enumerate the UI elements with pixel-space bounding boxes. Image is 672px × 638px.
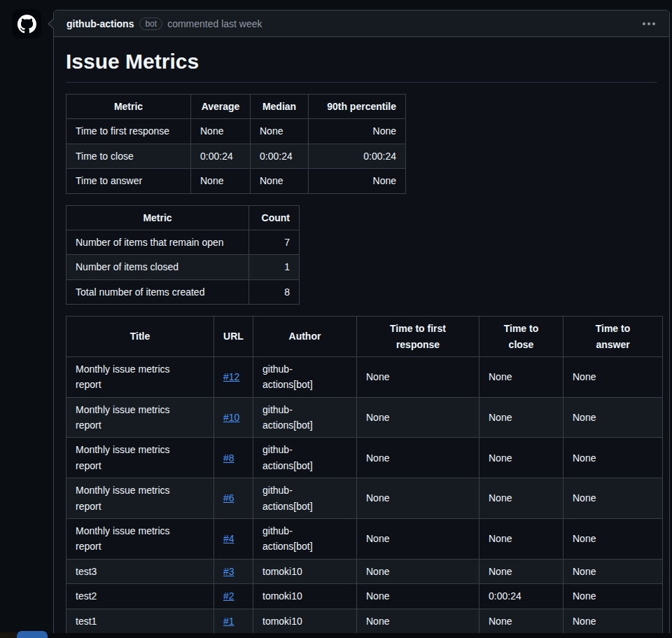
table-cell: github- actions[bot] [253,438,357,478]
table-cell: 0:00:24 [191,144,251,168]
table-cell: Time to answer [66,169,191,193]
table-cell: tomoki10 [253,584,357,609]
header-row: MetricCount [66,205,300,230]
github-logo-icon [18,15,36,34]
table-cell: Monthly issue metrics report [66,478,214,519]
issue-link[interactable]: #1 [223,616,234,627]
table-cell: None [479,519,564,560]
column-header: Time to first response [357,317,479,357]
table-cell: None [564,519,663,560]
comment-card: github-actions bot commented last week I… [53,10,670,638]
table-cell: None [564,438,663,478]
issue-link[interactable]: #12 [223,371,239,382]
table-cell: 8 [249,279,300,304]
table-cell: #4 [214,519,253,560]
table-cell: None [309,169,406,193]
table-cell: test3 [66,559,214,583]
page-title: Issue Metrics [66,48,657,83]
comment-options-button[interactable] [640,18,658,29]
background-fragment [0,632,17,638]
table-cell: #10 [214,397,253,438]
column-header: Count [249,205,300,230]
table-cell: #2 [214,584,253,609]
table-cell: None [479,478,564,519]
table-cell: None [479,438,564,478]
table-cell: #8 [214,438,253,478]
column-header: 90th percentile [309,95,406,119]
table-cell: 0:00:24 [251,144,309,168]
table-row: Monthly issue metrics report#12github- a… [66,356,663,397]
column-header: Average [191,95,251,119]
table-cell: None [357,438,479,478]
table-cell: Time to close [66,144,191,168]
table-row: Time to answerNoneNoneNone [66,169,406,193]
column-header: Median [251,95,309,119]
table-cell: None [191,119,251,144]
table-cell: Number of items that remain open [66,230,249,254]
kebab-horizontal-icon [643,22,655,25]
table-cell: 7 [249,230,300,254]
table-row: Monthly issue metrics report#10github- a… [66,397,663,438]
comment-body: Issue Metrics MetricAverageMedian90th pe… [54,37,669,638]
column-header: Author [253,317,357,357]
issue-metrics-summary-table: MetricAverageMedian90th percentileTime t… [66,94,406,194]
table-cell: Number of items closed [66,255,249,279]
table-cell: None [357,609,479,633]
table-cell: None [251,119,309,144]
table-cell: None [564,397,663,438]
column-header: Time to close [479,317,564,357]
issue-counts-table: MetricCountNumber of items that remain o… [66,205,300,305]
table-cell: github- actions[bot] [253,519,357,560]
avatar[interactable] [12,9,41,39]
issue-link[interactable]: #3 [223,566,234,577]
table-row: Time to first responseNoneNoneNone [66,119,406,144]
header-row: TitleURLAuthorTime to first responseTime… [66,317,663,357]
column-header: Metric [66,205,249,230]
column-header: URL [214,317,253,357]
table-cell: #12 [214,356,253,397]
issue-link[interactable]: #10 [223,412,239,423]
table-row: Total number of items created8 [66,279,300,304]
table-cell: None [357,519,479,560]
table-cell: None [564,609,663,633]
issue-link[interactable]: #2 [223,590,234,602]
table-cell: test1 [66,609,214,633]
column-header: Metric [66,95,191,119]
table-cell: Monthly issue metrics report [66,438,214,478]
table-cell: github- actions[bot] [253,356,357,397]
table-cell: None [479,609,564,633]
table-cell: None [191,169,251,193]
issue-link[interactable]: #4 [223,533,234,544]
table-cell: Total number of items created [66,279,249,304]
table-row: Number of items closed1 [66,255,300,279]
comment-timestamp[interactable]: commented last week [167,18,262,29]
table-cell: None [564,478,663,519]
table-cell: #6 [214,478,253,519]
table-cell: None [309,119,406,144]
issue-link[interactable]: #8 [223,452,234,464]
comment-author-link[interactable]: github-actions [66,18,134,29]
table-row: Number of items that remain open7 [66,230,300,254]
github-issue-page: github-actions bot commented last week I… [0,0,672,638]
table-cell: None [357,559,479,583]
table-cell: Monthly issue metrics report [66,397,214,438]
table-row: Monthly issue metrics report#8github- ac… [66,438,663,478]
comment-caret-fill [49,18,55,29]
table-cell: None [251,169,309,193]
table-cell: None [479,397,564,438]
table-cell: Monthly issue metrics report [66,519,214,560]
table-cell: Time to first response [66,119,191,144]
table-cell: None [479,559,564,583]
bot-badge: bot [139,18,162,30]
table-cell: 0:00:24 [479,584,564,609]
table-cell: None [564,584,663,609]
table-cell: #3 [214,559,253,583]
table-cell: github- actions[bot] [253,397,357,438]
table-cell: github- actions[bot] [253,478,357,519]
issue-link[interactable]: #6 [223,492,234,504]
table-cell: None [357,397,479,438]
header-row: MetricAverageMedian90th percentile [66,95,406,119]
table-row: test1#1tomoki10NoneNoneNone [66,609,663,633]
column-header: Title [66,317,214,357]
table-cell: None [357,478,479,519]
